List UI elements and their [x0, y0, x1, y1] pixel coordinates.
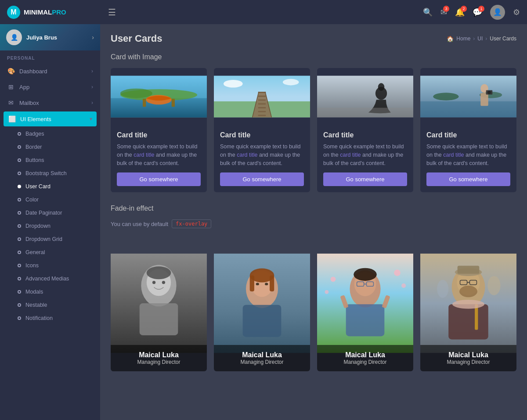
sidebar-user-profile[interactable]: 👤 Juliya Brus ›: [0, 24, 100, 50]
svg-rect-69: [458, 266, 480, 274]
person-role-2: Managing Director: [220, 359, 304, 365]
sidebar-user-name: Juliya Brus: [26, 34, 87, 41]
go-somewhere-button-1[interactable]: Go somewhere: [117, 172, 201, 186]
sidebar-user-chevron-icon: ›: [92, 34, 94, 41]
page-header: User Cards 🏠 Home › UI › User Cards: [111, 33, 516, 44]
notifications-email-icon[interactable]: ✉ 3: [440, 7, 447, 17]
bell-badge: 2: [461, 6, 467, 12]
code-badge: fx-overlay: [172, 219, 211, 228]
sidebar: 👤 Juliya Brus › PERSONAL 🎨 Dashboard › ⊞…: [0, 24, 100, 420]
app-icon: ⊞: [7, 83, 15, 90]
breadcrumb-current: User Cards: [490, 36, 516, 42]
card-title-3: Card title: [323, 131, 407, 139]
svg-point-53: [401, 284, 406, 288]
search-icon[interactable]: 🔍: [423, 7, 433, 17]
sub-dot-icon: [18, 316, 21, 320]
sub-dot-icon: [18, 198, 21, 201]
chat-badge: 1: [478, 6, 484, 12]
breadcrumb-separator: ›: [473, 36, 475, 42]
card-title-2: Card title: [220, 131, 304, 139]
sub-dot-icon: [18, 290, 21, 294]
svg-point-47: [265, 283, 268, 286]
person-card-1: Maical Luka Managing Director: [111, 235, 207, 371]
sidebar-sub-user-card[interactable]: User Card: [0, 180, 100, 193]
breadcrumb-home-link[interactable]: Home: [456, 36, 470, 42]
sidebar-sub-label-notification: Notification: [25, 315, 53, 321]
settings-icon[interactable]: ⚙: [513, 7, 520, 17]
sidebar-item-label-mailbox: Mailbox: [19, 100, 87, 106]
sidebar-item-mailbox[interactable]: ✉ Mailbox ›: [0, 95, 100, 111]
sidebar-sub-icons[interactable]: Icons: [0, 259, 100, 272]
sidebar-sub-label-color: Color: [25, 197, 39, 203]
sidebar-item-dashboard[interactable]: 🎨 Dashboard ›: [0, 63, 100, 79]
card-text-3: Some quick example text to build on the …: [323, 143, 407, 167]
go-somewhere-button-4[interactable]: Go somewhere: [426, 172, 510, 186]
sidebar-sub-notification[interactable]: Notification: [0, 312, 100, 325]
svg-rect-74: [448, 304, 488, 339]
mailbox-icon: ✉: [7, 99, 15, 106]
svg-rect-6: [172, 99, 175, 107]
logo[interactable]: M MINIMALPRO: [7, 6, 104, 19]
sidebar-sub-dropdown-grid[interactable]: Dropdown Grid: [0, 233, 100, 246]
sidebar-sub-advanced-medias[interactable]: Advanced Medias: [0, 272, 100, 285]
breadcrumb-ui-link[interactable]: UI: [477, 36, 483, 42]
sidebar-sub-nestable[interactable]: Nestable: [0, 298, 100, 312]
cards-grid: Card title Some quick example text to bu…: [111, 68, 516, 192]
svg-point-32: [487, 91, 491, 94]
fade-section-description: You can use by default fx-overlay: [111, 219, 516, 228]
sidebar-sub-color[interactable]: Color: [0, 193, 100, 206]
sidebar-item-ui-elements[interactable]: ⬜ UI Elements ▾: [4, 111, 97, 126]
chevron-right-icon: ›: [91, 84, 93, 90]
svg-rect-48: [243, 305, 282, 337]
sub-dot-icon: [18, 132, 21, 136]
logo-icon: M: [7, 6, 20, 19]
notifications-chat-icon[interactable]: 💬 1: [473, 7, 482, 17]
sidebar-sub-bootstrap-switch[interactable]: Bootstrap Switch: [0, 167, 100, 180]
sidebar-sub-badges[interactable]: Badges: [0, 127, 100, 140]
sidebar-sub-buttons[interactable]: Buttons: [0, 154, 100, 167]
svg-rect-15: [258, 111, 266, 112]
svg-rect-16: [258, 115, 266, 116]
card-body-1: Card title Some quick example text to bu…: [111, 125, 207, 192]
go-somewhere-button-3[interactable]: Go somewhere: [323, 172, 407, 186]
person-cards-grid: Maical Luka Managing Director: [111, 235, 516, 371]
person-card-overlay-4: Maical Luka Managing Director: [420, 345, 516, 371]
topbar: M MINIMALPRO ☰ 🔍 ✉ 3 🔔 2 💬 1 👤 ⚙: [0, 0, 527, 24]
sidebar-sub-date-paginator[interactable]: Date Paginator: [0, 206, 100, 219]
svg-rect-24: [317, 108, 413, 118]
sub-dot-icon: [18, 264, 21, 267]
sidebar-sub-label-usercard: User Card: [25, 183, 51, 190]
svg-rect-37: [140, 303, 178, 335]
sidebar-sub-modals[interactable]: Modals: [0, 285, 100, 298]
card-body-3: Card title Some quick example text to bu…: [317, 125, 413, 192]
sidebar-sub-label-buttons: Buttons: [25, 157, 44, 163]
sidebar-sub-dropdown[interactable]: Dropdown: [0, 219, 100, 233]
go-somewhere-button-2[interactable]: Go somewhere: [220, 172, 304, 186]
svg-point-52: [325, 290, 329, 294]
person-card-4: Maical Luka Managing Director: [420, 235, 516, 371]
svg-rect-10: [258, 92, 266, 93]
svg-rect-11: [258, 96, 266, 97]
card-body-4: Card title Some quick example text to bu…: [420, 125, 516, 192]
notifications-bell-icon[interactable]: 🔔 2: [455, 7, 465, 17]
svg-rect-45: [270, 276, 274, 292]
sub-dot-icon: [18, 303, 21, 307]
sub-dot-icon: [18, 237, 21, 241]
sidebar-sub-general[interactable]: General: [0, 246, 100, 259]
user-avatar[interactable]: 👤: [490, 5, 505, 20]
sub-dot-icon: [18, 224, 21, 228]
ui-elements-icon: ⬜: [8, 115, 16, 122]
hamburger-button[interactable]: ☰: [104, 7, 120, 18]
sidebar-section-personal: PERSONAL: [0, 50, 100, 63]
image-card-1: Card title Some quick example text to bu…: [111, 68, 207, 192]
sidebar-sub-border[interactable]: Border: [0, 140, 100, 154]
svg-point-23: [378, 83, 385, 91]
sidebar-item-app[interactable]: ⊞ App ›: [0, 79, 100, 95]
image-card-2: Card title Some quick example text to bu…: [214, 68, 310, 192]
chevron-right-icon: ›: [91, 68, 93, 74]
sidebar-item-label-app: App: [19, 84, 87, 90]
svg-point-76: [452, 300, 484, 309]
svg-rect-13: [258, 103, 266, 104]
svg-point-70: [459, 286, 477, 297]
home-icon: 🏠: [447, 36, 454, 42]
